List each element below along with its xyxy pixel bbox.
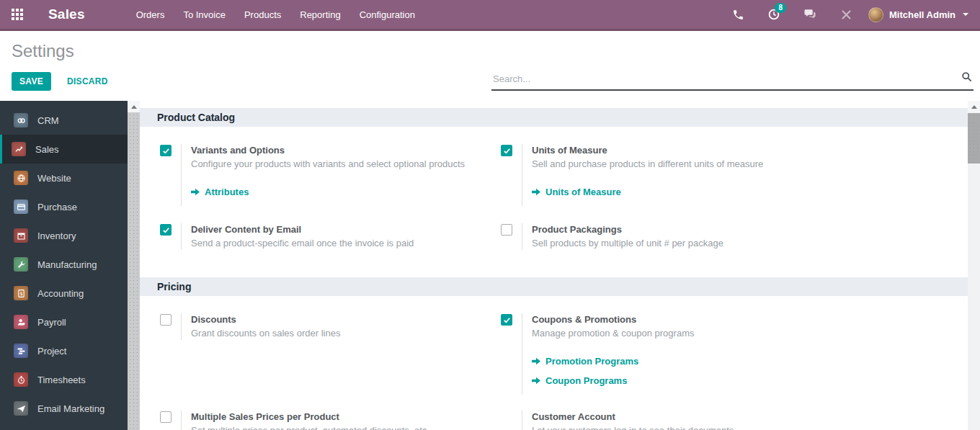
content-scrollbar[interactable] xyxy=(968,101,980,430)
coupons-checkbox[interactable] xyxy=(501,314,512,326)
section-header-product-catalog: Product Catalog xyxy=(140,108,968,127)
search-bar xyxy=(491,71,974,91)
divider xyxy=(181,313,182,340)
arrow-right-icon xyxy=(532,357,540,365)
divider xyxy=(522,313,522,395)
setting-title: Discounts xyxy=(191,313,340,326)
setting-description: Let your customers log in to see their d… xyxy=(532,424,734,430)
email-marketing-icon xyxy=(14,401,28,416)
inventory-icon xyxy=(14,228,28,243)
setting-coupons-promotions: Coupons & Promotions Manage promotion & … xyxy=(501,313,968,395)
menu-to-invoice[interactable]: To Invoice xyxy=(175,5,233,24)
setting-title: Variants and Options xyxy=(191,144,465,156)
divider xyxy=(181,223,182,250)
top-menu: Orders To Invoice Products Reporting Con… xyxy=(128,5,423,24)
sidebar-item-inventory[interactable]: Inventory xyxy=(0,221,128,250)
app-brand[interactable]: Sales xyxy=(48,6,85,22)
variants-checkbox[interactable] xyxy=(160,145,172,156)
divider xyxy=(181,411,182,430)
menu-reporting[interactable]: Reporting xyxy=(292,5,348,24)
setting-multiple-sales-prices: Multiple Sales Prices per Product Set mu… xyxy=(160,411,501,430)
settings-sidebar: CRM Sales Website Purchase Inventory xyxy=(0,101,128,430)
sidebar-item-project[interactable]: Project xyxy=(0,336,128,365)
setting-title: Units of Measure xyxy=(532,144,763,156)
setting-title: Product Packagings xyxy=(532,223,723,236)
timesheets-icon xyxy=(14,372,28,387)
menu-configuration[interactable]: Configuration xyxy=(352,5,423,24)
sales-icon xyxy=(12,142,26,156)
product-packagings-checkbox[interactable] xyxy=(501,224,512,236)
discard-button[interactable]: DISCARD xyxy=(67,76,108,86)
setting-description: Sell products by multiple of unit # per … xyxy=(532,237,723,250)
developer-tools-icon[interactable] xyxy=(832,8,860,21)
scrollbar-thumb[interactable] xyxy=(968,113,980,164)
setting-discounts: Discounts Grant discounts on sales order… xyxy=(160,313,501,340)
uom-checkbox[interactable] xyxy=(501,145,512,156)
activities-icon[interactable]: 8 xyxy=(760,8,788,22)
sidebar-item-sales[interactable]: Sales xyxy=(0,135,128,164)
sidebar-item-email-marketing[interactable]: Email Marketing xyxy=(0,394,128,423)
manufacturing-icon xyxy=(14,257,28,272)
setting-title: Multiple Sales Prices per Product xyxy=(191,411,429,423)
crm-icon xyxy=(14,113,28,127)
sidebar-item-manufacturing[interactable]: Manufacturing xyxy=(0,250,128,279)
promotion-programs-link[interactable]: Promotion Programs xyxy=(532,356,694,367)
attributes-link[interactable]: Attributes xyxy=(191,187,465,197)
divider xyxy=(522,411,522,430)
setting-title: Coupons & Promotions xyxy=(532,313,694,326)
sidebar-scrollbar[interactable] xyxy=(128,101,140,430)
menu-products[interactable]: Products xyxy=(236,5,289,24)
website-icon xyxy=(14,171,28,185)
svg-text:$: $ xyxy=(19,290,22,296)
search-icon[interactable] xyxy=(961,71,972,85)
units-of-measure-link[interactable]: Units of Measure xyxy=(532,187,763,197)
setting-customer-account: Customer Account Let your customers log … xyxy=(501,411,968,430)
sidebar-item-purchase[interactable]: Purchase xyxy=(0,192,128,221)
chevron-down-icon xyxy=(963,13,968,16)
divider xyxy=(181,144,182,206)
setting-variants-and-options: Variants and Options Configure your prod… xyxy=(160,144,501,206)
save-button[interactable]: SAVE xyxy=(12,72,51,91)
scroll-up-button[interactable] xyxy=(968,101,980,112)
coupon-programs-link[interactable]: Coupon Programs xyxy=(532,375,694,386)
discounts-checkbox[interactable] xyxy=(160,314,172,326)
messages-icon[interactable] xyxy=(796,8,824,22)
setting-units-of-measure: Units of Measure Sell and purchase produ… xyxy=(501,144,968,206)
control-panel: Settings SAVE DISCARD xyxy=(0,31,980,101)
page-title: Settings xyxy=(12,41,968,61)
multiple-prices-checkbox[interactable] xyxy=(160,411,172,423)
deliver-content-checkbox[interactable] xyxy=(160,224,172,236)
setting-product-packagings: Product Packagings Sell products by mult… xyxy=(501,223,968,250)
sidebar-item-website[interactable]: Website xyxy=(0,164,128,192)
arrow-right-icon xyxy=(532,377,540,385)
divider xyxy=(522,223,522,250)
setting-deliver-content-by-email: Deliver Content by Email Send a product-… xyxy=(160,223,501,250)
arrow-right-icon xyxy=(191,188,200,196)
settings-content: Product Catalog Variants and Options Con… xyxy=(140,101,968,430)
arrow-right-icon xyxy=(532,188,540,196)
menu-orders[interactable]: Orders xyxy=(128,5,173,24)
setting-description: Sell and purchase products in different … xyxy=(532,158,763,171)
payroll-icon xyxy=(14,315,28,329)
setting-title: Customer Account xyxy=(532,411,734,423)
setting-description: Manage promotion & coupon programs xyxy=(532,327,694,340)
section-header-pricing: Pricing xyxy=(140,277,968,296)
setting-description: Set multiple prices per product, automat… xyxy=(191,424,429,430)
setting-description: Grant discounts on sales order lines xyxy=(191,327,340,340)
project-icon xyxy=(14,344,28,358)
user-avatar xyxy=(868,7,883,22)
scroll-up-button[interactable] xyxy=(128,101,140,112)
accounting-icon: $ xyxy=(14,286,28,300)
purchase-icon xyxy=(14,200,28,214)
user-menu[interactable]: Mitchell Admin xyxy=(868,7,968,22)
scrollbar-thumb[interactable] xyxy=(128,112,140,430)
sidebar-item-timesheets[interactable]: Timesheets xyxy=(0,365,128,394)
sidebar-item-accounting[interactable]: $ Accounting xyxy=(0,279,128,308)
setting-title: Deliver Content by Email xyxy=(191,223,414,236)
apps-menu-icon[interactable] xyxy=(12,9,24,20)
sidebar-item-payroll[interactable]: Payroll xyxy=(0,308,128,336)
search-input[interactable] xyxy=(491,71,955,89)
divider xyxy=(522,144,522,206)
sidebar-item-crm[interactable]: CRM xyxy=(0,106,128,135)
voip-phone-icon[interactable] xyxy=(724,8,752,21)
